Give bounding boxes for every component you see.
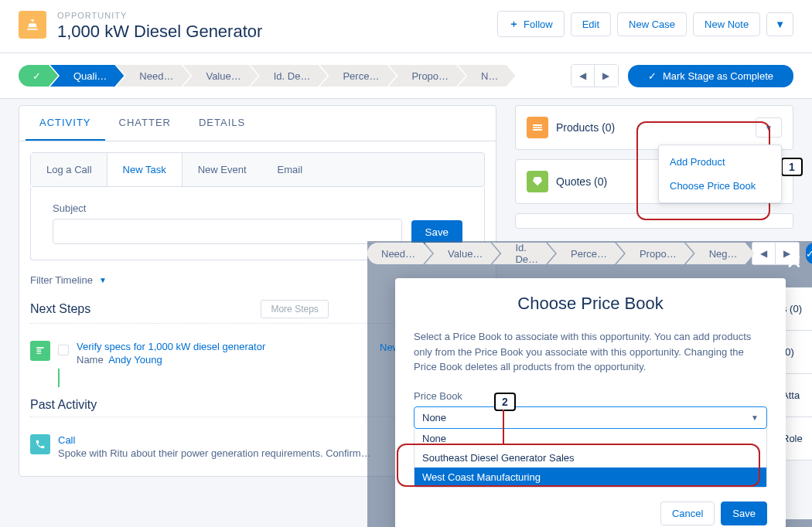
page-title: 1,000 kW Diesel Generator [57, 22, 262, 42]
more-actions-button[interactable]: ▼ [766, 12, 793, 36]
cancel-button[interactable]: Cancel [660, 502, 715, 525]
annotation-callout-2: 2 [494, 393, 516, 411]
close-icon[interactable]: ✕ [786, 250, 803, 274]
tab-email[interactable]: Email [262, 153, 319, 186]
products-menu-button[interactable]: ▼ [756, 117, 782, 138]
past-activity-title: Past Activity [30, 398, 97, 416]
task-link[interactable]: Verify specs for 1,000 kW diesel generat… [77, 341, 265, 352]
call-icon [30, 434, 50, 454]
price-book-label: Price Book [414, 390, 767, 402]
tab-new-event[interactable]: New Event [183, 153, 262, 186]
chevron-down-icon: ▼ [765, 124, 773, 132]
path-next-button[interactable]: ▶ [595, 65, 618, 87]
chevron-down-icon: ▼ [751, 413, 759, 422]
activity-tabset: Log a Call New Task New Event Email [30, 152, 485, 187]
annotation-line-2 [503, 410, 504, 444]
choose-price-book-modal: Choose Price Book Select a Price Book to… [395, 278, 786, 527]
price-book-select[interactable]: None▼ [414, 406, 767, 429]
tab-chatter[interactable]: CHATTER [105, 106, 185, 141]
new-case-button[interactable]: New Case [617, 12, 687, 36]
check-icon: ✓ [648, 70, 657, 82]
price-book-options: None Southeast Diesel Generator Sales We… [414, 429, 767, 488]
mark-complete-button[interactable]: ✓Mark Stage as Complete [628, 65, 793, 87]
task-icon [30, 341, 50, 361]
stage-item[interactable]: Need… [116, 65, 190, 87]
quotes-title: Quotes (0) [556, 175, 607, 188]
edit-button[interactable]: Edit [571, 12, 611, 36]
tab-log-call[interactable]: Log a Call [31, 153, 107, 186]
modal-overlay: Need… Value… Id. De… Perce… Propo… Neg… … [367, 241, 812, 527]
add-product-item[interactable]: Add Product [659, 150, 781, 174]
stage-item[interactable]: N… [458, 65, 515, 87]
path-nav: ◀ ▶ [571, 64, 619, 87]
modal-save-button[interactable]: Save [721, 502, 767, 525]
stage-item[interactable]: Id. De… [251, 65, 328, 87]
subject-label: Subject [53, 202, 462, 214]
annotation-callout-1: 1 [781, 158, 803, 176]
bg-stage-item: Value… [425, 243, 500, 264]
contact-link[interactable]: Andy Young [108, 354, 162, 366]
quote-icon [527, 171, 548, 192]
record-type-label: OPPORTUNITY [57, 11, 262, 20]
follow-button[interactable]: ＋Follow [497, 11, 565, 37]
path-prev-button[interactable]: ◀ [571, 65, 595, 87]
chevron-down-icon: ▼ [775, 19, 785, 30]
bg-stage-item: Propo… [616, 243, 694, 264]
option-southeast[interactable]: Southeast Diesel Generator Sales [415, 448, 766, 468]
stage-path: ✓ Quali… Need… Value… Id. De… Perce… Pro… [19, 65, 561, 87]
chevron-down-icon: ▼ [99, 276, 107, 284]
stage-item[interactable]: Value… [183, 65, 258, 87]
products-card: Products (0) ▼ Add Product Choose Price … [515, 105, 793, 150]
new-note-button[interactable]: New Note [693, 12, 760, 36]
bg-path-prev: ◀ [752, 243, 776, 264]
stage-item[interactable]: Propo… [388, 65, 466, 87]
bg-mark-complete: ✓ [806, 243, 812, 264]
call-link[interactable]: Call [58, 434, 75, 446]
partial-card [515, 213, 793, 229]
next-steps-title: Next Steps [30, 302, 90, 321]
product-icon [527, 117, 548, 138]
stage-complete[interactable]: ✓ [19, 65, 58, 87]
bg-stage-item: Need… [367, 243, 432, 264]
tab-activity[interactable]: ACTIVITY [26, 106, 105, 141]
task-checkbox[interactable] [58, 345, 69, 355]
page-header: OPPORTUNITY 1,000 kW Diesel Generator ＋F… [0, 0, 812, 53]
tab-details[interactable]: DETAILS [185, 106, 259, 141]
main-tabset: ACTIVITY CHATTER DETAILS [19, 106, 496, 141]
choose-price-book-item[interactable]: Choose Price Book [659, 174, 781, 198]
bg-stage-item: Perce… [548, 243, 624, 264]
opportunity-icon [19, 11, 46, 39]
bg-stage-item: Id. De… [492, 243, 555, 264]
name-label: Name [77, 354, 104, 366]
stage-current[interactable]: Quali… [50, 65, 124, 87]
products-dropdown: Add Product Choose Price Book [658, 144, 782, 203]
modal-description: Select a Price Book to associate with th… [414, 329, 767, 375]
products-title: Products (0) [556, 121, 615, 134]
subject-input[interactable] [53, 219, 402, 244]
more-steps-button[interactable]: More Steps [261, 300, 328, 318]
stage-item[interactable]: Perce… [319, 65, 396, 87]
option-west-coast[interactable]: West Coast Manufacturing [415, 468, 766, 487]
modal-title: Choose Price Book [414, 294, 767, 314]
stage-path-row: ✓ Quali… Need… Value… Id. De… Perce… Pro… [0, 53, 812, 99]
bg-stage-path: Need… Value… Id. De… Perce… Propo… Neg… … [367, 241, 812, 266]
tab-new-task[interactable]: New Task [107, 153, 183, 186]
option-none[interactable]: None [415, 429, 766, 448]
bg-stage-item: Neg… [686, 243, 755, 264]
